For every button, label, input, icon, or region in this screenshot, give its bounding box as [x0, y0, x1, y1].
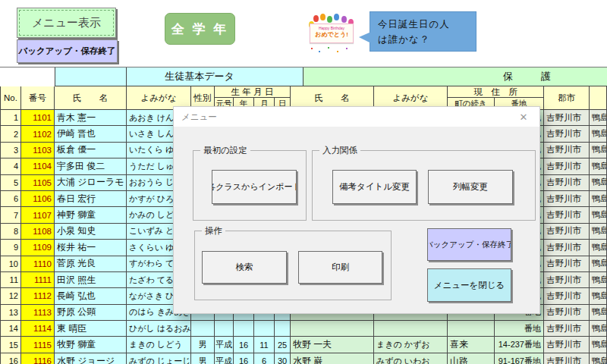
- cell-name[interactable]: 野原 公顕: [55, 305, 127, 321]
- cell-name[interactable]: 桜井 祐一: [55, 240, 127, 256]
- cell-no[interactable]: 10: [0, 256, 21, 272]
- column-width-change-button[interactable]: 列幅変更: [428, 170, 513, 204]
- cell-gname[interactable]: 水野 巌: [291, 353, 374, 364]
- cell-cho[interactable]: 鴨島町: [590, 337, 607, 353]
- cell-city[interactable]: 吉野川市: [544, 191, 590, 207]
- cell-city[interactable]: 吉野川市: [544, 305, 590, 321]
- cell-no[interactable]: 2: [0, 126, 21, 142]
- cell-name[interactable]: 大浦 ジローラモ: [55, 175, 127, 191]
- cell-y[interactable]: 16: [234, 353, 254, 364]
- cell-no[interactable]: 13: [0, 305, 21, 321]
- remark-title-change-button[interactable]: 備考タイトル変更: [332, 170, 417, 204]
- cell-city[interactable]: 吉野川市: [544, 272, 590, 288]
- cell-banchi[interactable]: 14-237番地: [495, 337, 544, 353]
- cell-cho[interactable]: 鴨島町: [590, 305, 607, 321]
- cell-d[interactable]: 25: [275, 337, 291, 353]
- cell-no[interactable]: 8: [0, 224, 21, 240]
- cell-town[interactable]: 喜来: [448, 337, 495, 353]
- cell-no[interactable]: 7: [0, 207, 21, 223]
- cell-cho[interactable]: 鴨島町: [590, 158, 607, 174]
- cell-no[interactable]: 1: [0, 110, 21, 126]
- cell-city[interactable]: 吉野川市: [544, 224, 590, 240]
- cell-city[interactable]: 吉野川市: [544, 207, 590, 223]
- cell-cho[interactable]: 鴨島町: [590, 224, 607, 240]
- cell-cho[interactable]: 鴨島町: [590, 256, 607, 272]
- cell-d[interactable]: [275, 321, 291, 337]
- cell-num[interactable]: 1109: [21, 240, 55, 256]
- cell-num[interactable]: 1111: [21, 272, 55, 288]
- cell-no[interactable]: 4: [0, 158, 21, 174]
- cell-num[interactable]: 1114: [21, 321, 55, 337]
- cell-cho[interactable]: 鴨島町: [590, 288, 607, 304]
- cell-gyomi[interactable]: [374, 321, 448, 337]
- cell-city[interactable]: 吉野川市: [544, 256, 590, 272]
- cell-num[interactable]: 1105: [21, 175, 55, 191]
- cell-cho[interactable]: 鴨島町: [590, 191, 607, 207]
- cell-num[interactable]: 1112: [21, 288, 55, 304]
- cell-name[interactable]: 長崎 弘也: [55, 288, 127, 304]
- cell-name[interactable]: 菅原 光良: [55, 256, 127, 272]
- cell-city[interactable]: 吉野川市: [544, 126, 590, 142]
- cell-name[interactable]: 青木 憲一: [55, 110, 127, 126]
- cell-cho[interactable]: 鴨島町: [590, 272, 607, 288]
- cell-name[interactable]: 牧野 獅童: [55, 337, 127, 353]
- cell-no[interactable]: 5: [0, 175, 21, 191]
- menu-show-button[interactable]: メニュー表示: [17, 8, 116, 38]
- cell-sex[interactable]: 男: [191, 353, 215, 364]
- cell-num[interactable]: 1107: [21, 207, 55, 223]
- cell-city[interactable]: 吉野川市: [544, 175, 590, 191]
- cell-num[interactable]: 1115: [21, 337, 55, 353]
- cell-num[interactable]: 1101: [21, 110, 55, 126]
- cell-num[interactable]: 1106: [21, 191, 55, 207]
- cell-gname[interactable]: [291, 321, 374, 337]
- cell-yomi[interactable]: まきの しどう: [127, 337, 191, 353]
- close-menu-button[interactable]: メニューを閉じる: [427, 268, 511, 302]
- cell-city[interactable]: 吉野川市: [544, 288, 590, 304]
- cell-cho[interactable]: 鴨島町: [590, 240, 607, 256]
- cell-name[interactable]: 東 晴臣: [55, 321, 127, 337]
- cell-city[interactable]: 吉野川市: [544, 158, 590, 174]
- cell-city[interactable]: 吉野川市: [544, 337, 590, 353]
- print-button[interactable]: 印刷: [298, 251, 382, 284]
- cell-city[interactable]: 吉野川市: [544, 353, 590, 364]
- cell-no[interactable]: 3: [0, 143, 21, 158]
- cell-cho[interactable]: 鴨島町: [590, 175, 607, 191]
- cell-cho[interactable]: 鴨島町: [590, 321, 607, 337]
- dialog-backup-save-exit-button[interactable]: バックアップ・保存終了: [427, 228, 511, 261]
- cell-num[interactable]: 1113: [21, 305, 55, 321]
- cell-yomi[interactable]: みずの じょーじ: [127, 353, 191, 364]
- cell-name[interactable]: 宇多田 俊二: [55, 158, 127, 174]
- cell-gyomi[interactable]: まきの かずお: [374, 337, 448, 353]
- cell-name[interactable]: 小泉 知史: [55, 224, 127, 240]
- cell-era[interactable]: [215, 321, 234, 337]
- cell-d[interactable]: 30: [275, 353, 291, 364]
- cell-town[interactable]: 山路: [448, 353, 495, 364]
- cell-town[interactable]: [448, 321, 495, 337]
- cell-gname[interactable]: 牧野 一夫: [291, 337, 374, 353]
- cell-sex[interactable]: [191, 321, 215, 337]
- cell-num[interactable]: 1110: [21, 256, 55, 272]
- cell-yomi[interactable]: ひがし はるおみ: [127, 321, 191, 337]
- cell-name[interactable]: 水野 ジョージ: [55, 353, 127, 364]
- import-from-classes-button[interactable]: 各クラスからインポート: [212, 170, 297, 204]
- cell-city[interactable]: 吉野川市: [544, 321, 590, 337]
- cell-no[interactable]: 11: [0, 272, 21, 288]
- cell-m[interactable]: 11: [254, 337, 275, 353]
- cell-m[interactable]: 6: [254, 353, 275, 364]
- cell-num[interactable]: 1116: [21, 353, 55, 364]
- cell-num[interactable]: 1104: [21, 158, 55, 174]
- cell-cho[interactable]: 鴨島町: [590, 353, 607, 364]
- cell-no[interactable]: 14: [0, 321, 21, 337]
- close-icon[interactable]: ✕: [517, 111, 530, 124]
- cell-cho[interactable]: 鴨島町: [590, 143, 607, 158]
- cell-cho[interactable]: 鴨島町: [590, 126, 607, 142]
- cell-cho[interactable]: 鴨島町: [590, 207, 607, 223]
- cell-name[interactable]: 神野 獅童: [55, 207, 127, 223]
- cell-city[interactable]: 吉野川市: [544, 110, 590, 126]
- cell-sex[interactable]: 男: [191, 337, 215, 353]
- cell-no[interactable]: 15: [0, 337, 21, 353]
- cell-name[interactable]: 田沢 照生: [55, 272, 127, 288]
- cell-city[interactable]: 吉野川市: [544, 143, 590, 158]
- cell-num[interactable]: 1102: [21, 126, 55, 142]
- cell-era[interactable]: 平成: [215, 353, 234, 364]
